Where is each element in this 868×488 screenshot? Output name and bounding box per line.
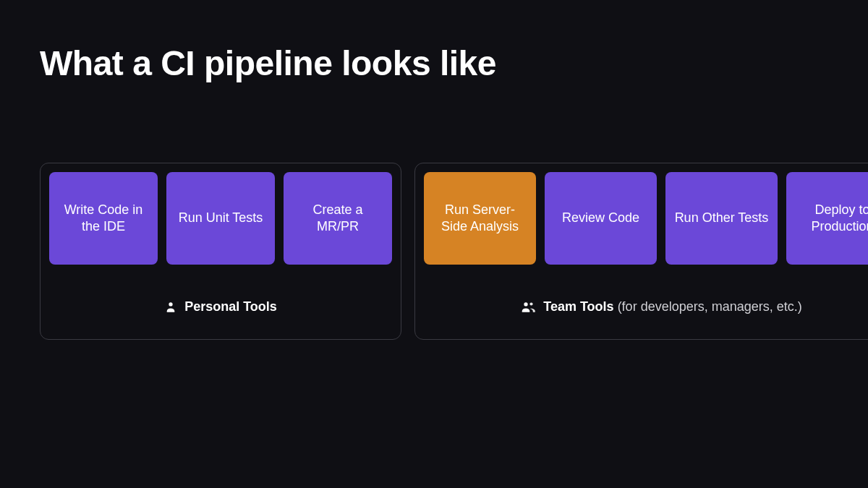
step-deploy-production: Deploy to Production [786, 172, 868, 265]
person-icon [164, 301, 177, 314]
personal-group-label: Personal Tools [164, 299, 277, 314]
slide-title: What a CI pipeline looks like [40, 43, 828, 83]
team-group-label-text: Team Tools [543, 299, 613, 314]
personal-group-label-text: Personal Tools [184, 299, 277, 314]
people-icon [520, 301, 536, 314]
team-tools-group: Run Server-Side Analysis Review Code Run… [414, 163, 868, 340]
step-write-code: Write Code in the IDE [49, 172, 158, 265]
team-steps-row: Run Server-Side Analysis Review Code Run… [424, 172, 868, 265]
step-run-unit-tests: Run Unit Tests [166, 172, 275, 265]
pipeline-groups: Write Code in the IDE Run Unit Tests Cre… [40, 163, 828, 340]
svg-point-1 [524, 302, 528, 306]
step-run-other-tests: Run Other Tests [665, 172, 778, 265]
svg-point-2 [530, 302, 533, 305]
personal-tools-group: Write Code in the IDE Run Unit Tests Cre… [40, 163, 401, 340]
step-server-side-analysis: Run Server-Side Analysis [424, 172, 536, 265]
team-group-label-suffix: (for developers, managers, etc.) [618, 299, 802, 314]
step-review-code: Review Code [545, 172, 657, 265]
team-group-label: Team Tools (for developers, managers, et… [520, 299, 802, 314]
svg-point-0 [169, 302, 173, 306]
step-create-mr-pr: Create a MR/PR [284, 172, 392, 265]
personal-steps-row: Write Code in the IDE Run Unit Tests Cre… [49, 172, 392, 265]
slide: What a CI pipeline looks like Write Code… [0, 0, 868, 488]
